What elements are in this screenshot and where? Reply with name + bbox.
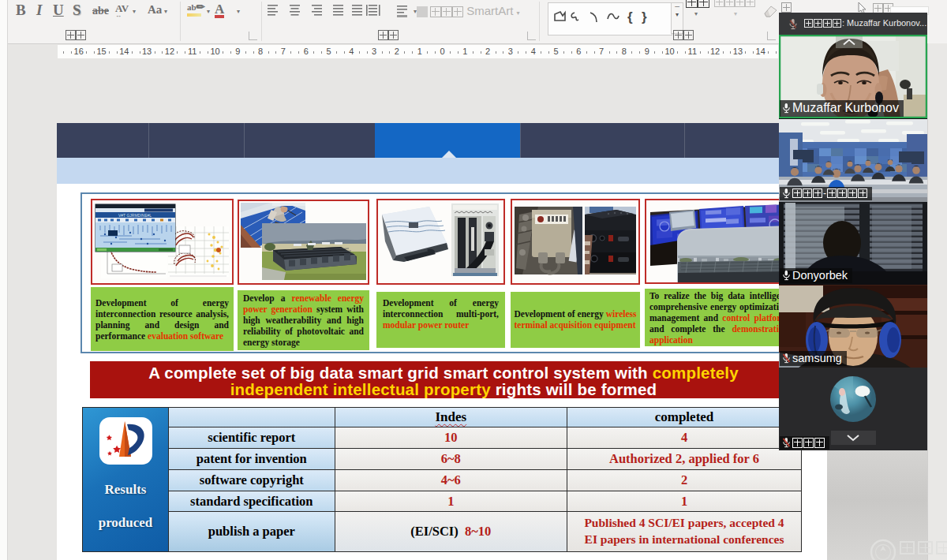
- svg-text:}: }: [642, 9, 647, 24]
- svg-text:V#T GJRMDINE#L: V#T GJRMDINE#L: [118, 213, 152, 218]
- svg-text:{: {: [627, 9, 633, 24]
